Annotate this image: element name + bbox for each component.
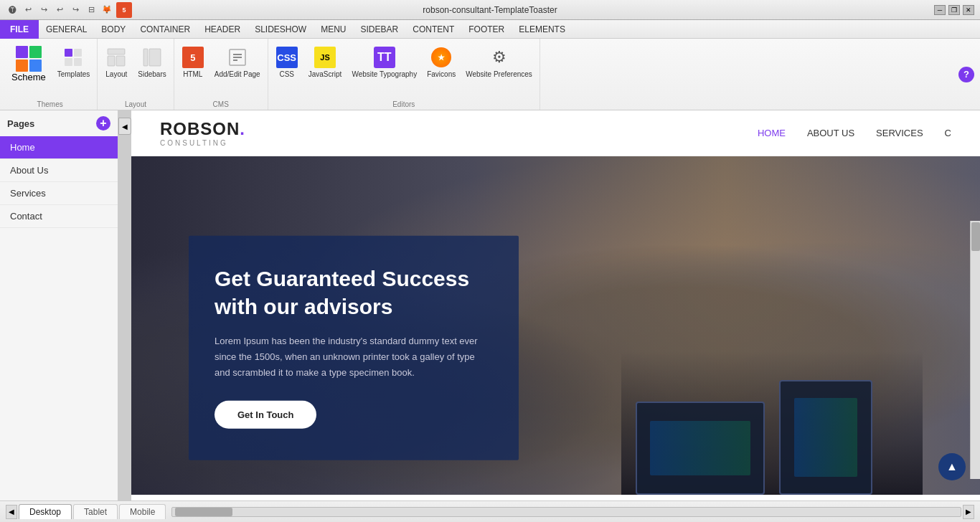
back-btn[interactable]: ↩ bbox=[53, 4, 66, 16]
css-icon: CSS bbox=[275, 46, 298, 69]
favicons-button[interactable]: ★ Favicons bbox=[423, 43, 460, 82]
menu-container[interactable]: CONTAINER bbox=[133, 20, 197, 39]
window-title: robson-consultant-TemplateToaster bbox=[423, 5, 557, 15]
tab-mobile[interactable]: Mobile bbox=[119, 504, 166, 519]
logo-dot: . bbox=[240, 119, 245, 138]
collapse-sidebar-button[interactable]: ◀ bbox=[118, 118, 131, 135]
firefox-icon: 🦊 bbox=[100, 4, 113, 16]
redo-btn[interactable]: ↪ bbox=[37, 4, 50, 16]
preview-area: ◀ ROBSON. CONSULTING HOME ABOUT US SERVI… bbox=[118, 110, 980, 500]
addedit-button[interactable]: Add/Edit Page bbox=[210, 43, 265, 82]
ribbon-themes-items: Scheme Templates bbox=[6, 43, 94, 85]
bottom-scrollbar[interactable] bbox=[171, 507, 961, 517]
nav-about[interactable]: ABOUT US bbox=[807, 128, 854, 138]
scheme-button[interactable]: Scheme bbox=[6, 43, 52, 85]
sidebars-button[interactable]: Sidebars bbox=[133, 43, 170, 82]
maximize-button[interactable]: ❐ bbox=[948, 5, 960, 15]
layout-icon bbox=[105, 46, 128, 69]
scheme-cell-3 bbox=[16, 60, 28, 72]
favicons-icon: ★ bbox=[430, 46, 453, 69]
html-button[interactable]: 5 HTML bbox=[177, 43, 209, 82]
scroll-left-button[interactable]: ◀ bbox=[6, 505, 17, 519]
preferences-label: Website Preferences bbox=[466, 70, 532, 79]
hero-body: Lorem Ipsum has been the industry's stan… bbox=[215, 333, 493, 381]
hero-cta-button[interactable]: Get In Touch bbox=[215, 401, 316, 429]
menu-body[interactable]: BODY bbox=[94, 20, 133, 39]
sidebar-item-services[interactable]: Services bbox=[0, 182, 118, 205]
file-menu[interactable]: FILE bbox=[0, 20, 39, 39]
menu-header[interactable]: HEADER bbox=[197, 20, 248, 39]
menu-slideshow[interactable]: SLIDESHOW bbox=[248, 20, 314, 39]
ribbon-group-layout: Layout Sidebars Layout bbox=[98, 39, 174, 110]
forward-btn[interactable]: ↪ bbox=[69, 4, 82, 16]
device-tablet bbox=[779, 380, 872, 495]
menu-elements[interactable]: ELEMENTS bbox=[512, 20, 573, 39]
typography-button[interactable]: TT Website Typography bbox=[347, 43, 421, 82]
javascript-icon: JS bbox=[314, 46, 336, 69]
scheme-cell-4 bbox=[29, 60, 42, 72]
close-doc-btn[interactable]: ⊟ bbox=[85, 4, 98, 16]
templates-button[interactable]: Templates bbox=[53, 43, 95, 82]
layout-label: Layout bbox=[105, 70, 127, 79]
svg-rect-8 bbox=[149, 49, 161, 66]
scheme-cell-2 bbox=[29, 46, 42, 58]
sidebars-icon bbox=[141, 46, 164, 69]
device-laptop bbox=[636, 402, 765, 495]
nav-services[interactable]: SERVICES bbox=[876, 128, 923, 138]
ribbon-group-editors: CSS CSS JS JavaScript TT Website Typogra… bbox=[268, 39, 540, 110]
pages-sidebar: Pages + Home About Us Services Contact bbox=[0, 110, 118, 500]
sidebar-item-contact[interactable]: Contact bbox=[0, 205, 118, 228]
right-scrollbar[interactable] bbox=[970, 221, 980, 479]
menu-sidebar[interactable]: SIDEBAR bbox=[354, 20, 406, 39]
h-scrollbar-thumb[interactable] bbox=[175, 508, 232, 516]
scheme-cell-1 bbox=[16, 46, 28, 58]
menu-menu[interactable]: MENU bbox=[314, 20, 353, 39]
close-button[interactable]: ✕ bbox=[963, 5, 974, 15]
svg-rect-2 bbox=[65, 58, 72, 66]
scrollbar-thumb[interactable] bbox=[971, 222, 980, 251]
sidebar-item-home[interactable]: Home bbox=[0, 136, 118, 159]
menu-bar: FILE GENERAL BODY CONTAINER HEADER SLIDE… bbox=[0, 20, 980, 39]
site-logo: ROBSON. CONSULTING bbox=[160, 119, 245, 147]
minimize-button[interactable]: ─ bbox=[934, 5, 946, 15]
logo-text: ROBSON. bbox=[160, 119, 245, 139]
preferences-button[interactable]: ⚙ Website Preferences bbox=[461, 43, 537, 82]
menu-general[interactable]: GENERAL bbox=[39, 20, 94, 39]
tab-tablet[interactable]: Tablet bbox=[73, 504, 118, 519]
css-button[interactable]: CSS CSS bbox=[271, 43, 303, 82]
nav-home[interactable]: HOME bbox=[758, 128, 786, 138]
scroll-right-button[interactable]: ▶ bbox=[963, 505, 974, 519]
html-icon: 5 bbox=[182, 46, 204, 69]
hero-devices bbox=[621, 351, 923, 495]
undo-btn[interactable]: ↩ bbox=[22, 4, 34, 16]
javascript-button[interactable]: JS JavaScript bbox=[304, 43, 347, 82]
preferences-icon: ⚙ bbox=[488, 46, 511, 69]
cms-group-label: CMS bbox=[213, 98, 229, 108]
svg-rect-1 bbox=[74, 49, 82, 57]
addedit-label: Add/Edit Page bbox=[215, 70, 260, 79]
layout-button[interactable]: Layout bbox=[100, 43, 132, 82]
nav-more[interactable]: C bbox=[945, 128, 951, 138]
menu-footer[interactable]: FOOTER bbox=[461, 20, 512, 39]
app-icon: 🅣 bbox=[6, 4, 19, 16]
hero-section: Get Guaranteed Success with our advisors… bbox=[131, 156, 980, 495]
editors-group-label: Editors bbox=[392, 98, 415, 108]
site-navigation: ROBSON. CONSULTING HOME ABOUT US SERVICE… bbox=[131, 110, 980, 156]
add-page-button[interactable]: + bbox=[96, 116, 110, 130]
menu-content[interactable]: CONTENT bbox=[405, 20, 461, 39]
ribbon-group-themes: Scheme Templates Themes bbox=[3, 39, 98, 110]
main-area: Pages + Home About Us Services Contact ◀… bbox=[0, 110, 980, 500]
pages-title: Pages bbox=[7, 118, 34, 129]
sidebar-item-about[interactable]: About Us bbox=[0, 159, 118, 182]
scroll-to-top-button[interactable]: ▲ bbox=[938, 453, 966, 480]
favicons-label: Favicons bbox=[427, 70, 456, 79]
tab-desktop[interactable]: Desktop bbox=[19, 504, 72, 519]
ribbon-group-cms: 5 HTML Add/Edit Page CMS bbox=[174, 39, 268, 110]
svg-rect-3 bbox=[74, 58, 82, 66]
addedit-icon bbox=[226, 46, 249, 69]
css-label: CSS bbox=[279, 70, 294, 79]
sidebar-header: Pages + bbox=[0, 110, 118, 136]
svg-rect-0 bbox=[65, 49, 72, 57]
help-button[interactable]: ? bbox=[958, 67, 974, 82]
templates-icon bbox=[62, 46, 85, 69]
